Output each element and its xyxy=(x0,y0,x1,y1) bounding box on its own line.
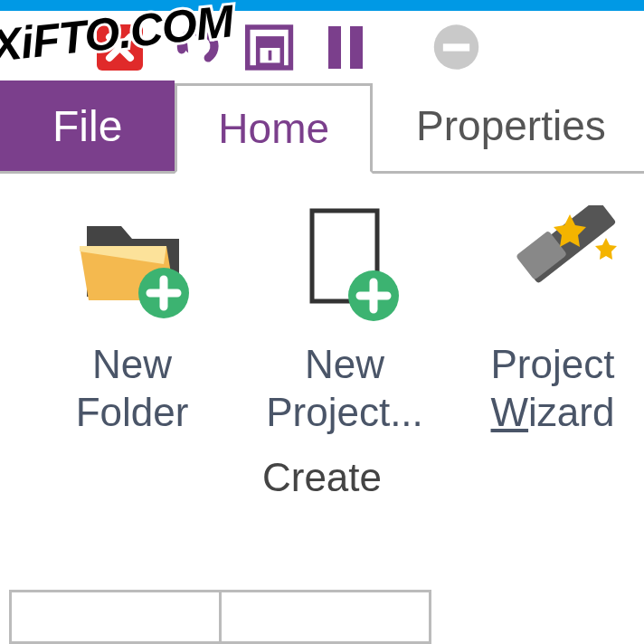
new-project-button[interactable]: New Project... xyxy=(263,201,426,437)
label-line2-post: izard xyxy=(528,390,614,434)
wizard-icon xyxy=(485,205,620,323)
svg-rect-5 xyxy=(328,26,341,69)
new-folder-button[interactable]: New Folder xyxy=(51,201,213,437)
grid-cell xyxy=(9,590,222,644)
grid-header xyxy=(9,590,429,644)
label-line1: New xyxy=(92,342,172,386)
tab-home[interactable]: Home xyxy=(175,83,373,174)
grid-cell xyxy=(219,590,431,644)
svg-rect-8 xyxy=(443,43,469,51)
tab-file[interactable]: File xyxy=(0,80,175,171)
document-add-icon xyxy=(290,205,399,323)
label-line2: Project... xyxy=(266,390,423,434)
folder-add-icon xyxy=(69,210,195,318)
ribbon-group-create: New Folder New Project... xyxy=(9,201,635,500)
label-line2: Folder xyxy=(76,390,189,434)
svg-rect-6 xyxy=(350,26,363,69)
ribbon-tabs: File Home Properties xyxy=(0,83,644,174)
save-button[interactable] xyxy=(245,23,295,72)
pause-button[interactable] xyxy=(320,23,370,72)
project-wizard-button[interactable]: Project Wizard xyxy=(476,201,630,437)
minimize-button[interactable] xyxy=(431,23,481,72)
ribbon-home: New Folder New Project... xyxy=(0,174,644,509)
label-line1: Project xyxy=(491,342,615,386)
ribbon-group-label: Create xyxy=(262,455,382,500)
svg-rect-4 xyxy=(269,50,272,60)
label-line1: New xyxy=(305,342,384,386)
tab-properties[interactable]: Properties xyxy=(373,80,644,171)
label-underline: W xyxy=(491,390,529,434)
